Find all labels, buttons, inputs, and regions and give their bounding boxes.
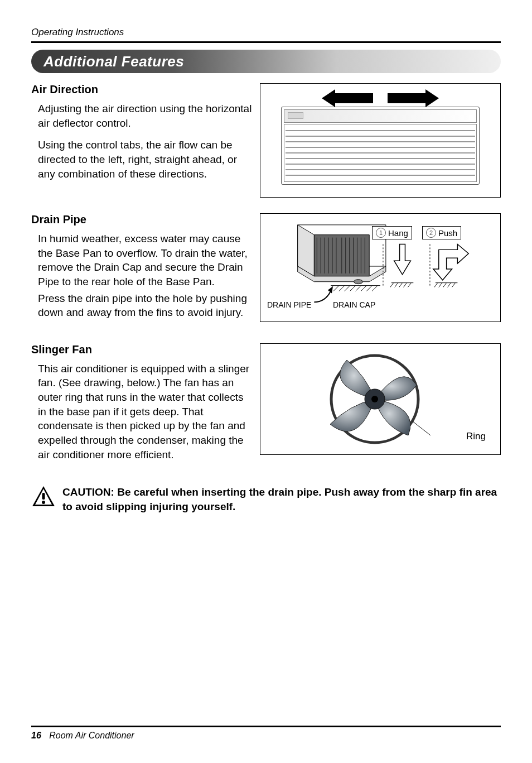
label-drain-cap: DRAIN CAP xyxy=(333,300,375,309)
heading-air-direction: Air Direction xyxy=(31,83,254,96)
footer-title: Room Air Conditioner xyxy=(49,731,134,740)
svg-line-22 xyxy=(345,286,350,291)
para-drain-pipe-1: In humid weather, excess water may cause… xyxy=(38,232,254,289)
svg-point-28 xyxy=(354,280,363,284)
heading-drain-pipe: Drain Pipe xyxy=(31,213,254,226)
label-drain-pipe: DRAIN PIPE xyxy=(267,300,311,309)
svg-line-32 xyxy=(390,283,394,287)
svg-line-21 xyxy=(339,286,345,291)
svg-rect-49 xyxy=(42,493,45,500)
figure-slinger-fan: Ring xyxy=(260,343,501,455)
warning-icon xyxy=(31,485,56,507)
para-drain-pipe-2: Press the drain pipe into the hole by pu… xyxy=(38,291,254,320)
svg-point-50 xyxy=(42,501,45,504)
caution-block: CAUTION: Be careful when inserting the d… xyxy=(31,485,501,514)
callout-hang-label: Hang xyxy=(388,228,408,238)
para-slinger-fan: This air conditioner is equipped with a … xyxy=(38,362,254,462)
section-drain-pipe: Drain Pipe In humid weather, excess wate… xyxy=(31,213,501,328)
footer: 16 Room Air Conditioner xyxy=(31,726,501,741)
svg-line-42 xyxy=(452,283,456,287)
ac-unit-front-illustration xyxy=(281,107,479,185)
svg-line-23 xyxy=(350,286,356,291)
svg-line-38 xyxy=(434,283,438,287)
svg-line-33 xyxy=(395,283,398,287)
caution-body: Be careful when inserting the drain pipe… xyxy=(62,486,497,512)
svg-line-27 xyxy=(372,286,378,291)
section-title: Additional Features xyxy=(43,53,184,70)
svg-line-39 xyxy=(439,283,442,287)
arrow-left-icon xyxy=(334,93,373,103)
svg-point-45 xyxy=(371,396,378,402)
para-air-direction-2: Using the control tabs, the air flow can… xyxy=(38,138,254,181)
svg-line-36 xyxy=(408,283,411,287)
callout-push: 2 Push xyxy=(422,226,461,239)
section-title-bar: Additional Features xyxy=(31,50,501,73)
page-number: 16 xyxy=(31,731,41,740)
section-slinger-fan: Slinger Fan This air conditioner is equi… xyxy=(31,343,501,469)
callout-push-label: Push xyxy=(438,228,457,238)
figure-drain-pipe: 1 Hang 2 Push DRAIN PIPE DRAIN CAP xyxy=(260,213,501,322)
svg-line-25 xyxy=(361,286,366,291)
arrow-right-icon xyxy=(388,93,427,103)
svg-line-20 xyxy=(333,286,339,291)
label-ring: Ring xyxy=(466,431,486,442)
svg-line-24 xyxy=(356,286,361,291)
step-1-icon: 1 xyxy=(376,228,386,238)
callout-hang: 1 Hang xyxy=(372,226,412,239)
svg-line-41 xyxy=(448,283,451,287)
para-air-direction-1: Adjusting the air direction using the ho… xyxy=(38,102,254,130)
svg-line-46 xyxy=(413,421,431,435)
svg-line-35 xyxy=(404,283,407,287)
figure-air-direction xyxy=(260,83,501,198)
fan-illustration xyxy=(319,352,442,447)
heading-slinger-fan: Slinger Fan xyxy=(31,343,254,356)
svg-line-26 xyxy=(366,286,372,291)
caution-text: CAUTION: Be careful when inserting the d… xyxy=(62,485,501,514)
running-head: Operating Instructions xyxy=(31,27,501,43)
svg-line-40 xyxy=(443,283,447,287)
caution-prefix: CAUTION: xyxy=(62,486,114,498)
svg-line-34 xyxy=(399,283,403,287)
step-2-icon: 2 xyxy=(426,228,436,238)
section-air-direction: Air Direction Adjusting the air directio… xyxy=(31,83,501,198)
